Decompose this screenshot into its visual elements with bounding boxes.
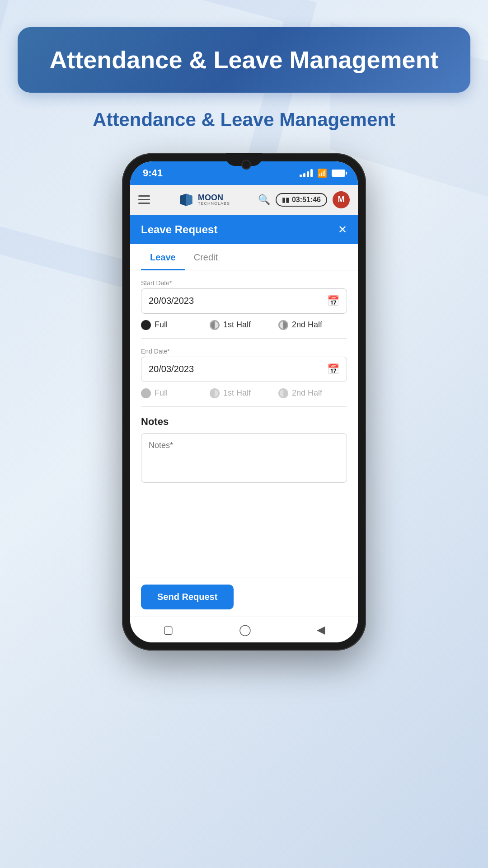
- start-radio-1st-half-dot: [210, 320, 220, 330]
- start-date-radio-group: Full 1st Half 2nd Half: [141, 320, 347, 339]
- end-radio-full-dot: [141, 388, 151, 398]
- tab-leave[interactable]: Leave: [141, 244, 185, 270]
- pause-icon: ▮▮: [282, 196, 289, 203]
- start-radio-1st-half[interactable]: 1st Half: [210, 320, 278, 330]
- end-radio-1st-half-dot: [210, 388, 220, 398]
- calendar-icon-start[interactable]: 📅: [327, 295, 339, 307]
- banner-title: Attendance & Leave Management: [49, 45, 438, 75]
- start-radio-full[interactable]: Full: [141, 320, 210, 330]
- page-subtitle: Attendance & Leave Management: [93, 109, 395, 131]
- status-time: 9:41: [143, 167, 163, 179]
- timer-badge[interactable]: ▮▮ 03:51:46: [276, 193, 327, 207]
- phone-mockup: 9:41 📶: [122, 153, 366, 651]
- battery-icon: [332, 170, 345, 177]
- dialog-header: Leave Request ✕: [130, 215, 358, 244]
- dialog-title: Leave Request: [141, 223, 217, 236]
- search-icon[interactable]: 🔍: [258, 194, 270, 206]
- moon-logo-icon: [178, 192, 194, 208]
- nav-square-icon[interactable]: ▢: [163, 623, 174, 636]
- start-date-group: Start Date* 20/03/2023 📅: [141, 279, 347, 314]
- camera-dot: [241, 160, 251, 170]
- logo-name: MOON: [198, 193, 230, 202]
- logo-text: MOON TECHNOLABS: [198, 193, 230, 206]
- avatar[interactable]: M: [333, 191, 350, 208]
- start-radio-2nd-half[interactable]: 2nd Half: [278, 320, 347, 330]
- end-radio-full-label: Full: [155, 388, 168, 398]
- start-radio-2nd-half-label: 2nd Half: [292, 320, 322, 330]
- end-date-value: 20/03/2023: [149, 364, 194, 374]
- end-date-group: End Date* 20/03/2023 📅: [141, 348, 347, 382]
- phone-notch: [226, 153, 262, 166]
- logo-sub: TECHNOLABS: [198, 202, 230, 206]
- tab-credit[interactable]: Credit: [185, 244, 227, 270]
- end-date-input[interactable]: 20/03/2023 📅: [141, 357, 347, 382]
- form-content: Start Date* 20/03/2023 📅 Full 1st Half: [130, 270, 358, 577]
- start-date-input[interactable]: 20/03/2023 📅: [141, 288, 347, 314]
- calendar-icon-end[interactable]: 📅: [327, 363, 339, 375]
- hamburger-menu-icon[interactable]: [138, 195, 150, 204]
- svg-marker-1: [180, 193, 186, 206]
- end-radio-2nd-half-dot: [278, 388, 288, 398]
- tab-leave-label: Leave: [150, 252, 176, 262]
- logo-area: MOON TECHNOLABS: [178, 192, 230, 208]
- end-radio-1st-half-label: 1st Half: [223, 388, 251, 398]
- wifi-icon: 📶: [317, 168, 327, 178]
- end-date-radio-group: Full 1st Half 2nd Half: [141, 388, 347, 407]
- end-radio-full[interactable]: Full: [141, 388, 210, 398]
- tab-bar: Leave Credit: [130, 244, 358, 270]
- timer-value: 03:51:46: [292, 196, 321, 204]
- start-radio-1st-half-label: 1st Half: [223, 320, 251, 330]
- avatar-letter: M: [338, 195, 345, 204]
- close-button[interactable]: ✕: [338, 223, 347, 236]
- end-radio-1st-half[interactable]: 1st Half: [210, 388, 278, 398]
- start-radio-full-dot: [141, 320, 151, 330]
- end-radio-2nd-half[interactable]: 2nd Half: [278, 388, 347, 398]
- signal-bars-icon: [300, 169, 313, 177]
- nav-bar: ▢ ◯ ◀: [130, 617, 358, 642]
- tab-credit-label: Credit: [194, 252, 218, 262]
- end-radio-2nd-half-label: 2nd Half: [292, 388, 322, 398]
- send-request-button[interactable]: Send Request: [141, 585, 234, 609]
- app-header: MOON TECHNOLABS 🔍 ▮▮ 03:51:46 M: [130, 185, 358, 215]
- nav-back-icon[interactable]: ◀: [317, 623, 325, 636]
- start-date-value: 20/03/2023: [149, 296, 194, 306]
- status-icons: 📶: [300, 168, 345, 178]
- header-right: 🔍 ▮▮ 03:51:46 M: [258, 191, 350, 208]
- svg-marker-2: [186, 193, 192, 206]
- end-date-label: End Date*: [141, 348, 347, 355]
- notes-section-title: Notes: [141, 416, 347, 428]
- start-radio-full-label: Full: [155, 320, 168, 330]
- nav-circle-icon[interactable]: ◯: [239, 623, 251, 636]
- notes-input[interactable]: [141, 433, 347, 483]
- start-radio-2nd-half-dot: [278, 320, 288, 330]
- bottom-bar: Send Request: [130, 577, 358, 617]
- phone-screen: 9:41 📶: [130, 161, 358, 642]
- phone-frame: 9:41 📶: [122, 153, 366, 651]
- header-banner: Attendance & Leave Management: [18, 27, 470, 93]
- start-date-label: Start Date*: [141, 279, 347, 287]
